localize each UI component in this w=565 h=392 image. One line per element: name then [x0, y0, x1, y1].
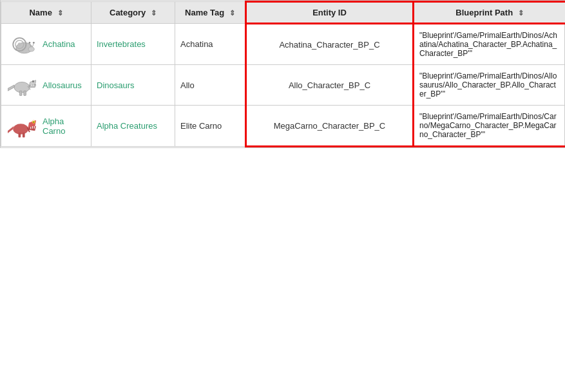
cell-name-allosaurus: Allosaurus — [1, 65, 91, 106]
cell-entityid-allosaurus: Allo_Character_BP_C — [246, 65, 414, 106]
table-row: Alpha Carno Alpha Creatures Elite Carno … — [1, 106, 566, 147]
achatina-icon — [6, 32, 37, 57]
cell-entityid-alphacarno: MegaCarno_Character_BP_C — [246, 106, 414, 147]
col-header-blueprint[interactable]: Blueprint Path ⇕ — [414, 2, 566, 24]
svg-marker-25 — [8, 126, 14, 133]
svg-point-18 — [32, 80, 34, 82]
cell-blueprint-alphacarno: "Blueprint'/Game/PrimalEarth/Dinos/Carno… — [414, 106, 566, 147]
svg-point-4 — [28, 46, 34, 51]
cell-nametag-alphacarno: Elite Carno — [175, 106, 246, 147]
cell-category-alphacarno: Alpha Creatures — [91, 106, 175, 147]
allosaurus-icon — [6, 72, 37, 98]
cell-name-alphacarno: Alpha Carno — [1, 106, 91, 147]
table-row: Achatina Invertebrates Achatina Achatina… — [1, 24, 566, 65]
svg-point-7 — [29, 41, 31, 43]
sort-icon-blueprint: ⇕ — [518, 9, 524, 17]
creature-name-allosaurus: Allosaurus — [43, 80, 82, 90]
cell-category-allosaurus: Dinosaurs — [91, 65, 175, 106]
creatures-table: Name ⇕ Category ⇕ Name Tag ⇕ Entity ID B… — [0, 0, 565, 148]
cell-nametag-allosaurus: Allo — [175, 65, 246, 106]
sort-icon-nametag: ⇕ — [229, 9, 235, 17]
svg-marker-14 — [8, 85, 14, 91]
svg-rect-27 — [23, 133, 25, 137]
svg-rect-26 — [19, 133, 21, 137]
svg-point-8 — [33, 41, 35, 43]
cell-blueprint-allosaurus: "Blueprint'/Game/PrimalEarth/Dinos/Allos… — [414, 65, 566, 106]
table-row: Allosaurus Dinosaurs Allo Allo_Character… — [1, 65, 566, 106]
svg-marker-11 — [29, 84, 36, 88]
svg-point-19 — [13, 124, 28, 135]
sort-icon-name: ⇕ — [57, 9, 63, 17]
cell-nametag-achatina: Achatina — [175, 24, 246, 65]
svg-line-6 — [33, 43, 34, 47]
col-header-entityid[interactable]: Entity ID — [246, 2, 414, 24]
cell-category-achatina: Invertebrates — [91, 24, 175, 65]
cell-name-achatina: Achatina — [1, 24, 91, 65]
alphacarno-icon — [6, 113, 37, 139]
creature-name-alphacarno: Alpha Carno — [43, 117, 86, 136]
cell-entityid-achatina: Achatina_Character_BP_C — [246, 24, 414, 65]
svg-rect-16 — [24, 91, 26, 95]
svg-point-30 — [33, 121, 34, 122]
creature-name-achatina: Achatina — [43, 39, 75, 49]
cell-blueprint-achatina: "Blueprint'/Game/PrimalEarth/Dinos/Achat… — [414, 24, 566, 65]
col-header-nametag[interactable]: Name Tag ⇕ — [175, 2, 246, 24]
svg-point-3 — [18, 42, 22, 46]
col-header-name[interactable]: Name ⇕ — [1, 2, 91, 24]
sort-icon-category: ⇕ — [151, 9, 157, 17]
col-header-category[interactable]: Category ⇕ — [91, 2, 175, 24]
svg-rect-15 — [19, 91, 22, 95]
